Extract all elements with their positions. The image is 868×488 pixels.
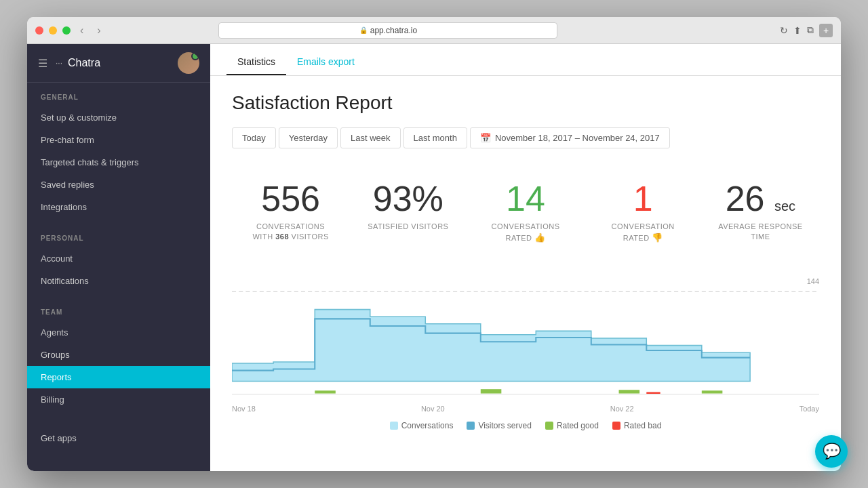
close-button[interactable] (35, 26, 43, 35)
sidebar-item-reports[interactable]: Reports (27, 366, 210, 388)
legend-label-rated-good: Rated good (557, 421, 599, 430)
nav-section-general: GENERAL Set up & customize Pre-chat form… (27, 83, 210, 224)
sidebar-item-billing[interactable]: Billing (27, 388, 210, 411)
section-label-personal: PERSONAL (27, 235, 210, 247)
chart-svg (232, 277, 819, 399)
stat-number-rated-bad: 1 (590, 181, 696, 216)
browser-titlebar: ‹ › 🔒 app.chatra.io ↻ ⬆ ⧉ + (27, 17, 841, 44)
stat-number-satisfied: 93% (355, 181, 461, 216)
svg-rect-5 (702, 390, 723, 393)
sidebar-item-setup[interactable]: Set up & customize (27, 106, 210, 129)
legend-label-conversations: Conversations (401, 421, 454, 430)
chart-legend: Conversations Visitors served Rated good… (232, 421, 819, 430)
avatar[interactable] (178, 52, 199, 74)
page-title: Satisfaction Report (232, 92, 819, 114)
sidebar-item-agents[interactable]: Agents (27, 321, 210, 344)
tabs-bar: Statistics Emails export (210, 44, 841, 76)
legend-dot-visitors (467, 422, 475, 430)
stats-row: 556 CONVERSATIONSWITH 368 VISITORS 93% S… (232, 170, 819, 256)
legend-conversations: Conversations (390, 421, 454, 430)
legend-rated-bad: Rated bad (612, 421, 661, 430)
svg-rect-2 (315, 390, 336, 393)
legend-label-visitors: Visitors served (478, 421, 531, 430)
sidebar-item-integrations[interactable]: Integrations (27, 196, 210, 218)
stat-number-conversations: 556 (237, 181, 344, 216)
new-tab-button[interactable]: + (819, 24, 833, 37)
sidebar-item-account[interactable]: Account (27, 247, 210, 270)
sidebar-item-groups[interactable]: Groups (27, 344, 210, 366)
sidebar: ☰ ··· Chatra GENERAL Set up & customize … (27, 44, 210, 471)
sidebar-item-notifications[interactable]: Notifications (27, 270, 210, 292)
x-label-today: Today (800, 405, 819, 413)
reload-button[interactable]: ↻ (780, 25, 788, 36)
svg-marker-1 (232, 309, 750, 381)
avatar-image (178, 52, 199, 74)
legend-dot-rated-bad (612, 422, 620, 430)
legend-rated-good: Rated good (545, 421, 599, 430)
nav-section-team: TEAM Agents Groups Reports Billing (27, 298, 210, 416)
address-bar[interactable]: 🔒 app.chatra.io (218, 22, 557, 39)
stat-label-rated-bad: CONVERSATIONRATED 👎 (590, 222, 696, 245)
filter-yesterday[interactable]: Yesterday (279, 127, 338, 148)
section-label-team: TEAM (27, 308, 210, 321)
stat-response-time: 26 sec AVERAGE RESPONSETIME (702, 170, 819, 256)
thumbdown-icon: 👎 (652, 232, 663, 243)
share-button[interactable]: ⬆ (793, 25, 802, 36)
chart-max-label: 144 (807, 277, 819, 285)
stat-label-rated-good: CONVERSATIONSRATED 👍 (472, 222, 578, 245)
main-content: Statistics Emails export Satisfaction Re… (210, 44, 841, 471)
app-name: Chatra (68, 57, 172, 69)
svg-rect-4 (619, 390, 640, 393)
legend-visitors: Visitors served (467, 421, 531, 430)
browser-content: ☰ ··· Chatra GENERAL Set up & customize … (27, 44, 841, 471)
filter-today[interactable]: Today (232, 127, 276, 148)
nav-section-apps: Get apps (27, 416, 210, 455)
lock-icon: 🔒 (359, 26, 368, 34)
section-label-general: GENERAL (27, 94, 210, 106)
legend-label-rated-bad: Rated bad (624, 421, 661, 430)
x-label-nov18: Nov 18 (232, 405, 256, 413)
x-label-nov20: Nov 20 (421, 405, 445, 413)
filter-lastweek[interactable]: Last week (340, 127, 401, 148)
maximize-button[interactable] (62, 26, 71, 35)
thumbup-icon: 👍 (534, 232, 546, 243)
chat-fab-button[interactable]: 💬 (815, 435, 848, 468)
hamburger-icon[interactable]: ☰ (38, 57, 47, 70)
forward-button[interactable]: › (93, 23, 104, 38)
stat-label-satisfied: SATISFIED VISITORS (355, 222, 461, 232)
legend-dot-conversations (390, 422, 398, 430)
stat-rated-bad: 1 CONVERSATIONRATED 👎 (585, 170, 702, 256)
stat-number-response: 26 sec (707, 181, 814, 216)
stat-label-response: AVERAGE RESPONSETIME (707, 222, 814, 243)
chart-container: 144 (232, 277, 819, 399)
filter-lastmonth[interactable]: Last month (403, 127, 467, 148)
x-label-nov22: Nov 22 (610, 405, 634, 413)
calendar-icon: 📅 (480, 133, 491, 143)
duplicate-button[interactable]: ⧉ (807, 24, 814, 36)
tab-emails[interactable]: Emails export (286, 49, 366, 75)
browser-toolbar-right: ↻ ⬆ ⧉ + (780, 24, 833, 37)
dots-icon: ··· (56, 58, 62, 68)
minimize-button[interactable] (49, 26, 57, 35)
sidebar-item-getapps[interactable]: Get apps (27, 427, 210, 449)
browser-window: ‹ › 🔒 app.chatra.io ↻ ⬆ ⧉ + ☰ ··· Chatra (27, 17, 841, 471)
back-button[interactable]: ‹ (76, 23, 87, 38)
url-text: app.chatra.io (370, 26, 417, 35)
stat-label-conversations: CONVERSATIONSWITH 368 VISITORS (237, 222, 344, 243)
content-area: Satisfaction Report Today Yesterday Last… (210, 76, 841, 471)
legend-dot-rated-good (545, 422, 553, 430)
svg-rect-3 (481, 389, 502, 393)
stat-satisfied: 93% SATISFIED VISITORS (349, 170, 467, 256)
sidebar-item-targeted[interactable]: Targeted chats & triggers (27, 151, 210, 174)
x-axis: Nov 18 Nov 20 Nov 22 Today (232, 405, 819, 413)
sidebar-item-prechat[interactable]: Pre-chat form (27, 129, 210, 151)
date-filter: Today Yesterday Last week Last month 📅 N… (232, 127, 819, 148)
stat-conversations: 556 CONVERSATIONSWITH 368 VISITORS (232, 170, 349, 256)
sidebar-item-saved[interactable]: Saved replies (27, 174, 210, 196)
nav-section-personal: PERSONAL Account Notifications (27, 224, 210, 298)
stat-rated-good: 14 CONVERSATIONSRATED 👍 (467, 170, 584, 256)
date-range-picker[interactable]: 📅 November 18, 2017 – November 24, 2017 (470, 127, 670, 148)
tab-statistics[interactable]: Statistics (226, 49, 286, 75)
stat-unit-sec: sec (774, 199, 795, 214)
stat-number-rated-good: 14 (472, 181, 578, 216)
